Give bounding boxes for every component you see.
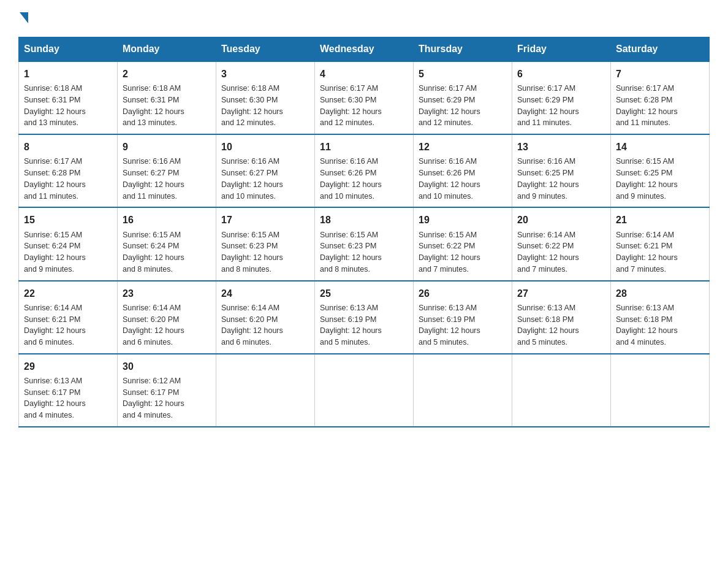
day-number: 27 xyxy=(517,286,605,301)
calendar-cell: 23Sunrise: 6:14 AMSunset: 6:20 PMDayligh… xyxy=(118,281,216,354)
calendar-header-row: SundayMondayTuesdayWednesdayThursdayFrid… xyxy=(19,37,710,62)
day-info: Sunrise: 6:16 AMSunset: 6:26 PMDaylight:… xyxy=(320,156,408,202)
day-info: Sunrise: 6:13 AMSunset: 6:19 PMDaylight:… xyxy=(419,302,507,348)
header-sunday: Sunday xyxy=(19,37,118,62)
day-info: Sunrise: 6:14 AMSunset: 6:20 PMDaylight:… xyxy=(221,302,309,348)
day-info: Sunrise: 6:14 AMSunset: 6:22 PMDaylight:… xyxy=(517,229,605,275)
calendar-cell: 8Sunrise: 6:17 AMSunset: 6:28 PMDaylight… xyxy=(19,134,118,207)
day-info: Sunrise: 6:17 AMSunset: 6:29 PMDaylight:… xyxy=(419,83,507,129)
calendar-cell xyxy=(315,354,414,427)
header-saturday: Saturday xyxy=(611,37,710,62)
day-number: 5 xyxy=(419,67,507,81)
day-info: Sunrise: 6:15 AMSunset: 6:23 PMDaylight:… xyxy=(320,229,408,275)
logo-triangle-icon xyxy=(20,12,28,23)
day-number: 7 xyxy=(616,67,704,81)
week-row-3: 15Sunrise: 6:15 AMSunset: 6:24 PMDayligh… xyxy=(19,207,710,280)
day-number: 6 xyxy=(517,67,605,81)
day-info: Sunrise: 6:17 AMSunset: 6:28 PMDaylight:… xyxy=(24,156,112,202)
calendar-cell: 29Sunrise: 6:13 AMSunset: 6:17 PMDayligh… xyxy=(19,354,118,427)
calendar-cell: 25Sunrise: 6:13 AMSunset: 6:19 PMDayligh… xyxy=(315,281,414,354)
calendar-cell: 4Sunrise: 6:17 AMSunset: 6:30 PMDaylight… xyxy=(315,61,414,134)
day-number: 13 xyxy=(517,140,605,154)
calendar-table: SundayMondayTuesdayWednesdayThursdayFrid… xyxy=(18,37,710,427)
calendar-cell: 19Sunrise: 6:15 AMSunset: 6:22 PMDayligh… xyxy=(414,207,512,280)
week-row-2: 8Sunrise: 6:17 AMSunset: 6:28 PMDaylight… xyxy=(19,134,710,207)
day-info: Sunrise: 6:16 AMSunset: 6:25 PMDaylight:… xyxy=(517,156,605,202)
day-number: 20 xyxy=(517,213,605,227)
day-info: Sunrise: 6:15 AMSunset: 6:24 PMDaylight:… xyxy=(24,229,112,275)
calendar-cell: 17Sunrise: 6:15 AMSunset: 6:23 PMDayligh… xyxy=(216,207,315,280)
day-info: Sunrise: 6:13 AMSunset: 6:18 PMDaylight:… xyxy=(616,302,704,348)
day-number: 28 xyxy=(616,286,704,301)
calendar-cell: 30Sunrise: 6:12 AMSunset: 6:17 PMDayligh… xyxy=(118,354,216,427)
logo xyxy=(18,12,28,25)
calendar-cell xyxy=(512,354,611,427)
day-number: 21 xyxy=(616,213,704,227)
day-number: 3 xyxy=(221,67,309,81)
day-number: 10 xyxy=(221,140,309,154)
calendar-cell: 1Sunrise: 6:18 AMSunset: 6:31 PMDaylight… xyxy=(19,61,118,134)
header-wednesday: Wednesday xyxy=(315,37,414,62)
day-number: 30 xyxy=(123,359,211,373)
calendar-cell: 26Sunrise: 6:13 AMSunset: 6:19 PMDayligh… xyxy=(414,281,512,354)
calendar-cell: 14Sunrise: 6:15 AMSunset: 6:25 PMDayligh… xyxy=(611,134,710,207)
calendar-cell: 20Sunrise: 6:14 AMSunset: 6:22 PMDayligh… xyxy=(512,207,611,280)
day-info: Sunrise: 6:13 AMSunset: 6:17 PMDaylight:… xyxy=(24,375,112,421)
header xyxy=(18,12,710,25)
calendar-cell: 16Sunrise: 6:15 AMSunset: 6:24 PMDayligh… xyxy=(118,207,216,280)
day-number: 14 xyxy=(616,140,704,154)
day-number: 12 xyxy=(419,140,507,154)
header-friday: Friday xyxy=(512,37,611,62)
day-number: 19 xyxy=(419,213,507,227)
day-number: 2 xyxy=(123,67,211,81)
day-number: 22 xyxy=(24,286,112,301)
calendar-cell: 2Sunrise: 6:18 AMSunset: 6:31 PMDaylight… xyxy=(118,61,216,134)
day-number: 16 xyxy=(123,213,211,227)
day-info: Sunrise: 6:16 AMSunset: 6:27 PMDaylight:… xyxy=(123,156,211,202)
day-number: 11 xyxy=(320,140,408,154)
day-info: Sunrise: 6:17 AMSunset: 6:29 PMDaylight:… xyxy=(517,83,605,129)
day-info: Sunrise: 6:14 AMSunset: 6:21 PMDaylight:… xyxy=(616,229,704,275)
header-tuesday: Tuesday xyxy=(216,37,315,62)
day-info: Sunrise: 6:14 AMSunset: 6:20 PMDaylight:… xyxy=(123,302,211,348)
calendar-cell: 6Sunrise: 6:17 AMSunset: 6:29 PMDaylight… xyxy=(512,61,611,134)
calendar-cell: 10Sunrise: 6:16 AMSunset: 6:27 PMDayligh… xyxy=(216,134,315,207)
calendar-cell: 24Sunrise: 6:14 AMSunset: 6:20 PMDayligh… xyxy=(216,281,315,354)
calendar-cell: 22Sunrise: 6:14 AMSunset: 6:21 PMDayligh… xyxy=(19,281,118,354)
day-number: 9 xyxy=(123,140,211,154)
day-info: Sunrise: 6:15 AMSunset: 6:23 PMDaylight:… xyxy=(221,229,309,275)
header-monday: Monday xyxy=(118,37,216,62)
calendar-cell xyxy=(611,354,710,427)
calendar-cell: 11Sunrise: 6:16 AMSunset: 6:26 PMDayligh… xyxy=(315,134,414,207)
day-info: Sunrise: 6:16 AMSunset: 6:26 PMDaylight:… xyxy=(419,156,507,202)
calendar-cell xyxy=(414,354,512,427)
week-row-5: 29Sunrise: 6:13 AMSunset: 6:17 PMDayligh… xyxy=(19,354,710,427)
calendar-cell xyxy=(216,354,315,427)
calendar-cell: 27Sunrise: 6:13 AMSunset: 6:18 PMDayligh… xyxy=(512,281,611,354)
calendar-cell: 12Sunrise: 6:16 AMSunset: 6:26 PMDayligh… xyxy=(414,134,512,207)
calendar-cell: 13Sunrise: 6:16 AMSunset: 6:25 PMDayligh… xyxy=(512,134,611,207)
day-number: 24 xyxy=(221,286,309,301)
day-info: Sunrise: 6:15 AMSunset: 6:25 PMDaylight:… xyxy=(616,156,704,202)
day-info: Sunrise: 6:13 AMSunset: 6:18 PMDaylight:… xyxy=(517,302,605,348)
day-info: Sunrise: 6:16 AMSunset: 6:27 PMDaylight:… xyxy=(221,156,309,202)
calendar-cell: 3Sunrise: 6:18 AMSunset: 6:30 PMDaylight… xyxy=(216,61,315,134)
day-info: Sunrise: 6:12 AMSunset: 6:17 PMDaylight:… xyxy=(123,375,211,421)
day-info: Sunrise: 6:18 AMSunset: 6:31 PMDaylight:… xyxy=(123,83,211,129)
day-info: Sunrise: 6:13 AMSunset: 6:19 PMDaylight:… xyxy=(320,302,408,348)
logo-area xyxy=(18,12,28,25)
day-number: 8 xyxy=(24,140,112,154)
calendar-cell: 5Sunrise: 6:17 AMSunset: 6:29 PMDaylight… xyxy=(414,61,512,134)
day-info: Sunrise: 6:15 AMSunset: 6:24 PMDaylight:… xyxy=(123,229,211,275)
day-info: Sunrise: 6:15 AMSunset: 6:22 PMDaylight:… xyxy=(419,229,507,275)
day-number: 4 xyxy=(320,67,408,81)
header-thursday: Thursday xyxy=(414,37,512,62)
day-number: 1 xyxy=(24,67,112,81)
calendar-cell: 15Sunrise: 6:15 AMSunset: 6:24 PMDayligh… xyxy=(19,207,118,280)
day-number: 17 xyxy=(221,213,309,227)
calendar-cell: 18Sunrise: 6:15 AMSunset: 6:23 PMDayligh… xyxy=(315,207,414,280)
day-info: Sunrise: 6:17 AMSunset: 6:30 PMDaylight:… xyxy=(320,83,408,129)
calendar-cell: 9Sunrise: 6:16 AMSunset: 6:27 PMDaylight… xyxy=(118,134,216,207)
day-info: Sunrise: 6:17 AMSunset: 6:28 PMDaylight:… xyxy=(616,83,704,129)
day-info: Sunrise: 6:14 AMSunset: 6:21 PMDaylight:… xyxy=(24,302,112,348)
